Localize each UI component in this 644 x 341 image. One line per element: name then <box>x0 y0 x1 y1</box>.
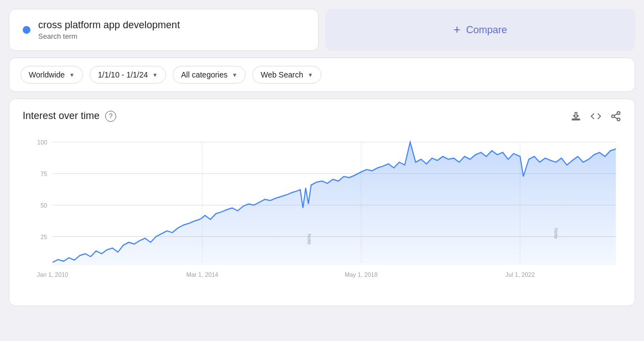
location-filter-label: Worldwide <box>29 70 65 79</box>
search-term-card: cross platform app development Search te… <box>9 9 319 51</box>
svg-text:75: 75 <box>40 170 47 177</box>
chart-title-group: Interest over time ? <box>23 110 116 122</box>
date-range-chevron-icon: ▼ <box>152 72 158 78</box>
interest-chart: 100 75 50 25 Note Note Jan 1, 2010 Mar 1… <box>23 131 621 297</box>
svg-text:50: 50 <box>40 202 47 208</box>
svg-text:Mar 1, 2014: Mar 1, 2014 <box>186 271 219 278</box>
top-section: cross platform app development Search te… <box>0 0 644 58</box>
search-term-title: cross platform app development <box>38 19 180 31</box>
date-range-filter[interactable]: 1/1/10 - 1/1/24 ▼ <box>90 66 166 84</box>
categories-filter[interactable]: All categories ▼ <box>173 66 246 84</box>
svg-point-1 <box>612 115 615 117</box>
categories-chevron-icon: ▼ <box>232 72 237 78</box>
help-icon[interactable]: ? <box>105 111 116 122</box>
svg-text:100: 100 <box>37 139 47 146</box>
compare-card[interactable]: + Compare <box>325 9 635 51</box>
location-filter[interactable]: Worldwide ▼ <box>20 66 83 84</box>
date-range-filter-label: 1/1/10 - 1/1/24 <box>98 70 148 79</box>
svg-line-3 <box>614 117 617 118</box>
search-type-chevron-icon: ▼ <box>308 72 313 78</box>
chart-title: Interest over time <box>23 110 100 122</box>
download-button[interactable] <box>570 111 581 122</box>
location-chevron-icon: ▼ <box>69 72 75 78</box>
svg-text:Jan 1, 2010: Jan 1, 2010 <box>37 271 69 278</box>
chart-header: Interest over time ? <box>23 110 621 122</box>
search-term-text: cross platform app development Search te… <box>38 19 180 40</box>
svg-text:May 1, 2018: May 1, 2018 <box>345 271 378 278</box>
chart-container: 100 75 50 25 Note Note Jan 1, 2010 Mar 1… <box>23 131 621 297</box>
search-term-subtitle: Search term <box>38 32 180 40</box>
svg-text:Jul 1, 2022: Jul 1, 2022 <box>506 271 535 278</box>
embed-button[interactable] <box>590 111 601 122</box>
svg-text:25: 25 <box>40 233 47 240</box>
filters-section: Worldwide ▼ 1/1/10 - 1/1/24 ▼ All catego… <box>9 58 635 92</box>
svg-point-0 <box>617 111 620 114</box>
categories-filter-label: All categories <box>181 70 227 79</box>
share-button[interactable] <box>610 111 621 122</box>
chart-section: Interest over time ? <box>9 99 635 306</box>
svg-line-4 <box>614 113 617 115</box>
series-color-dot <box>23 26 30 34</box>
compare-plus-icon: + <box>454 23 461 37</box>
help-icon-label: ? <box>109 112 113 120</box>
svg-point-2 <box>617 118 620 121</box>
search-type-filter[interactable]: Web Search ▼ <box>252 66 321 84</box>
svg-marker-22 <box>53 142 616 265</box>
compare-label: Compare <box>466 24 507 36</box>
search-type-filter-label: Web Search <box>261 70 303 79</box>
chart-actions <box>570 111 621 122</box>
